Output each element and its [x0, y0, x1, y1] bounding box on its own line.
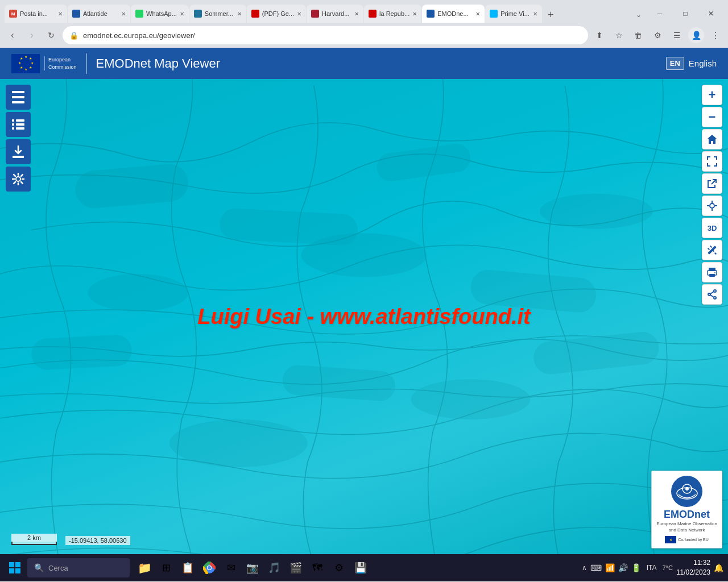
language-selector[interactable]: EN English	[666, 57, 717, 70]
taskbar-vlc-icon[interactable]: 🎬	[286, 558, 306, 578]
tab-sommer[interactable]: Sommer... ✕	[189, 5, 246, 23]
taskbar-chrome-icon[interactable]	[199, 558, 220, 578]
map-container[interactable]: .topo { fill: none; stroke: #007a8a; str…	[0, 79, 728, 554]
tab-emodnet[interactable]: EMODne... ✕	[422, 5, 485, 23]
eu-commission-text: EuropeanCommission	[44, 56, 77, 70]
profile-icon[interactable]: 👤	[688, 27, 704, 43]
emodnet-full-name: European Marine Observation and Data Net…	[656, 521, 717, 533]
fullscreen-button[interactable]	[702, 151, 722, 172]
tab-close-icon[interactable]: ✕	[475, 11, 480, 17]
menu-icon[interactable]: ⋮	[708, 27, 723, 43]
keyboard-icon[interactable]: ⌨	[590, 563, 602, 572]
delete-icon[interactable]: 🗑	[630, 27, 646, 43]
taskbar-spotify-icon[interactable]: 🎵	[264, 558, 284, 578]
taskbar-maps-icon[interactable]: 🗺	[307, 558, 328, 578]
taskbar-search-box[interactable]: 🔍 Cerca	[27, 558, 130, 577]
tab-close-icon[interactable]: ✕	[58, 11, 63, 17]
zoom-out-icon: −	[709, 110, 716, 124]
external-link-button[interactable]	[702, 173, 722, 194]
tab-atlantide[interactable]: Atlantide ✕	[68, 5, 130, 23]
zoom-out-button[interactable]: −	[702, 107, 722, 127]
svg-point-16	[88, 274, 188, 311]
taskbar-settings-app-icon[interactable]: ⚙	[329, 558, 349, 578]
tab-label: Sommer...	[205, 10, 234, 17]
emodnet-eu-badge: ★ Co-funded by EU	[656, 536, 717, 543]
language-badge: EN	[666, 57, 684, 70]
taskbar-photo-icon[interactable]: 📷	[242, 558, 263, 578]
tab-pdf[interactable]: (PDF) Ge... ✕	[247, 5, 306, 23]
tab-harvard[interactable]: Harvard... ✕	[307, 5, 363, 23]
systray-language[interactable]: ITA	[644, 564, 659, 572]
battery-icon[interactable]: 🔋	[631, 563, 641, 572]
svg-rect-22	[12, 96, 24, 98]
list-icon	[12, 119, 24, 130]
taskbar-files-icon[interactable]: 📁	[134, 558, 155, 578]
wifi-icon[interactable]: 📶	[605, 563, 615, 572]
tab-label: (PDF) Ge...	[262, 10, 294, 17]
tab-close-icon[interactable]: ✕	[297, 11, 301, 17]
taskbar-task-icon[interactable]: 📋	[177, 558, 198, 578]
svg-text:★: ★	[31, 61, 34, 65]
systray-up-arrow[interactable]: ∧	[582, 564, 587, 572]
svg-rect-40	[709, 274, 715, 277]
start-button[interactable]	[5, 558, 25, 578]
tab-gmail[interactable]: M Posta in... ✕	[5, 5, 67, 23]
svg-rect-34	[708, 248, 710, 250]
back-button[interactable]: ‹	[5, 27, 20, 43]
clock-display[interactable]: 11:32 11/02/2023	[676, 558, 710, 577]
list-button[interactable]	[6, 112, 31, 137]
notification-icon[interactable]: 🔔	[714, 563, 723, 572]
3d-button[interactable]: 3D	[702, 218, 722, 238]
address-bar[interactable]: 🔒 emodnet.ec.europa.eu/geoviewer/	[63, 26, 588, 44]
svg-rect-25	[16, 119, 24, 122]
svg-text:★: ★	[20, 66, 23, 69]
atlantide-favicon	[72, 10, 80, 18]
maximize-button[interactable]: □	[673, 5, 698, 23]
home-button[interactable]	[702, 129, 722, 149]
reading-mode-icon[interactable]: ☰	[669, 27, 685, 43]
zoom-in-button[interactable]: +	[702, 85, 722, 105]
reload-button[interactable]: ↻	[43, 27, 59, 43]
tab-close-icon[interactable]: ✕	[354, 11, 359, 17]
svg-rect-37	[714, 252, 717, 255]
clock-date: 11/02/2023	[676, 568, 710, 577]
svg-rect-27	[16, 123, 24, 126]
tab-close-icon[interactable]: ✕	[237, 11, 242, 17]
tab-primevideo[interactable]: Prime Vi... ✕	[485, 5, 542, 23]
wordpress-favicon	[194, 10, 202, 18]
extensions-icon[interactable]: ⚙	[650, 27, 665, 43]
tab-close-icon[interactable]: ✕	[533, 11, 537, 17]
primevideo-favicon	[490, 10, 498, 18]
scale-line	[11, 542, 57, 545]
taskbar-apps-icon[interactable]: ⊞	[156, 558, 176, 578]
search-icon-taskbar: 🔍	[34, 563, 44, 572]
tab-close-icon[interactable]: ✕	[412, 11, 417, 17]
share-page-icon[interactable]: ⬆	[592, 27, 607, 43]
layers-button[interactable]	[6, 85, 31, 110]
taskbar-drive-icon[interactable]: 💾	[350, 558, 371, 578]
tab-whatsapp[interactable]: WhatsAp... ✕	[131, 5, 189, 23]
new-tab-button[interactable]: +	[543, 7, 559, 23]
settings-button[interactable]	[6, 167, 31, 192]
crosshair-button[interactable]	[702, 196, 722, 216]
measure-button[interactable]	[702, 240, 722, 260]
fullscreen-icon	[707, 156, 717, 167]
svg-point-19	[169, 419, 308, 467]
svg-point-42	[714, 290, 716, 292]
pdf-favicon	[251, 10, 259, 18]
close-button[interactable]: ✕	[698, 5, 723, 23]
clock-time: 11:32	[676, 558, 710, 568]
speaker-icon[interactable]: 🔊	[618, 563, 628, 572]
taskbar-mail-icon[interactable]: ✉	[221, 558, 241, 578]
share-button[interactable]	[702, 284, 722, 305]
taskbar: 🔍 Cerca 📁 ⊞ 📋 ✉ 📷 🎵 🎬 🗺 ⚙ 💾 ∧ ⌨	[0, 554, 728, 581]
tab-repubblica[interactable]: la Repub... ✕	[364, 5, 421, 23]
minimize-button[interactable]: ─	[647, 5, 672, 23]
bookmark-icon[interactable]: ☆	[611, 27, 627, 43]
tab-close-icon[interactable]: ✕	[121, 11, 126, 17]
tab-overflow-icon[interactable]: ⌄	[631, 7, 647, 23]
print-button[interactable]	[702, 262, 722, 282]
download-button[interactable]	[6, 139, 31, 164]
forward-button[interactable]: ›	[24, 27, 40, 43]
tab-close-icon[interactable]: ✕	[180, 11, 184, 17]
